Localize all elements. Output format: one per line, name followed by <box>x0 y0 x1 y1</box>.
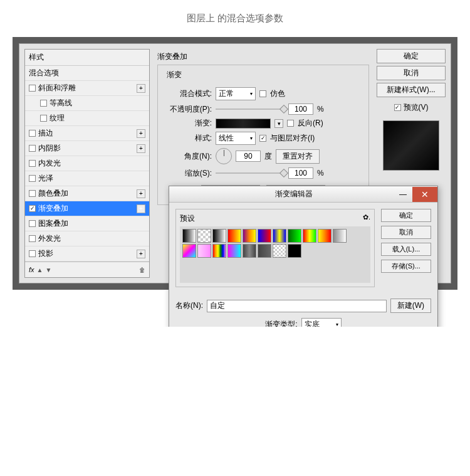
preset-swatch[interactable] <box>303 229 316 243</box>
gradient-editor-titlebar[interactable]: 渐变编辑器 — ✕ <box>169 186 437 203</box>
style-item[interactable]: 渐变叠加+ <box>25 201 149 216</box>
arrow-down-icon[interactable]: ▼ <box>45 267 51 273</box>
style-checkbox[interactable] <box>40 115 47 122</box>
preset-swatch[interactable] <box>197 244 211 258</box>
style-item[interactable]: 等高线 <box>25 96 149 111</box>
style-item[interactable]: 纹理 <box>25 111 149 126</box>
styles-header: 样式 <box>25 50 149 66</box>
dither-checkbox[interactable] <box>259 90 266 97</box>
reverse-label: 反向(R) <box>298 118 323 129</box>
expand-icon[interactable]: + <box>137 84 145 93</box>
style-item[interactable]: 内阴影+ <box>25 141 149 156</box>
presets-gear-icon[interactable]: ✿. <box>363 213 370 224</box>
style-item[interactable]: 内发光 <box>25 156 149 171</box>
reverse-checkbox[interactable] <box>287 120 294 127</box>
style-item[interactable]: 光泽 <box>25 171 149 186</box>
angle-dial[interactable] <box>216 148 232 164</box>
style-label: 光泽 <box>38 173 53 184</box>
style-label: 等高线 <box>50 98 72 108</box>
preset-swatch[interactable] <box>288 229 301 243</box>
preset-swatch[interactable] <box>258 244 271 258</box>
style-checkbox[interactable] <box>29 130 36 137</box>
style-item[interactable]: 斜面和浮雕+ <box>25 81 149 96</box>
scale-slider[interactable] <box>216 172 285 174</box>
style-checkbox[interactable] <box>29 145 36 152</box>
style-label: 内发光 <box>38 158 61 169</box>
preset-swatch[interactable] <box>212 244 226 258</box>
preset-swatch[interactable] <box>227 229 241 243</box>
cancel-button[interactable]: 取消 <box>377 66 446 80</box>
preset-swatch[interactable] <box>227 244 241 258</box>
reset-align-button[interactable]: 重置对齐 <box>276 149 320 164</box>
style-checkbox[interactable] <box>29 205 36 212</box>
type-select[interactable]: 实底▾ <box>301 318 342 327</box>
preset-swatch[interactable] <box>258 229 271 243</box>
minimize-icon[interactable]: — <box>394 187 412 202</box>
preset-swatch[interactable] <box>273 244 286 258</box>
preview-checkbox[interactable] <box>394 104 401 111</box>
style-checkbox[interactable] <box>29 85 36 92</box>
arrow-up-icon[interactable]: ▲ <box>37 267 43 273</box>
preset-swatch[interactable] <box>243 229 256 243</box>
ge-save-button[interactable]: 存储(S)... <box>381 260 431 273</box>
expand-icon[interactable]: + <box>137 250 145 258</box>
style-checkbox[interactable] <box>29 160 36 167</box>
new-style-button[interactable]: 新建样式(W)... <box>377 83 446 97</box>
blend-mode-select[interactable]: 正常▾ <box>216 87 256 100</box>
preset-grid <box>180 226 370 283</box>
ge-ok-button[interactable]: 确定 <box>381 209 431 222</box>
gradient-editor-title: 渐变编辑器 <box>194 186 394 202</box>
preset-swatch[interactable] <box>333 229 347 243</box>
blend-options-row[interactable]: 混合选项 <box>25 66 149 81</box>
preset-swatch[interactable] <box>182 229 196 243</box>
gradient-preview[interactable] <box>216 119 271 129</box>
gradient-dropdown-icon[interactable]: ▾ <box>274 119 283 128</box>
style-checkbox[interactable] <box>29 220 36 227</box>
name-input[interactable] <box>207 300 387 312</box>
expand-icon[interactable]: + <box>137 204 145 213</box>
styles-panel: 样式 混合选项 斜面和浮雕+等高线纹理描边+内阴影+内发光光泽颜色叠加+渐变叠加… <box>24 49 150 278</box>
style-checkbox[interactable] <box>40 100 47 107</box>
style-item[interactable]: 描边+ <box>25 126 149 141</box>
style-checkbox[interactable] <box>29 235 36 242</box>
style-checkbox[interactable] <box>29 175 36 182</box>
expand-icon[interactable]: + <box>137 129 145 138</box>
preset-swatch[interactable] <box>182 244 196 258</box>
preset-swatch[interactable] <box>273 229 286 243</box>
degree-label: 度 <box>264 151 272 162</box>
style-checkbox[interactable] <box>29 250 36 257</box>
style-label: 样式: <box>164 133 212 144</box>
style-checkbox[interactable] <box>29 190 36 197</box>
preset-swatch[interactable] <box>243 244 256 258</box>
style-item[interactable]: 外发光 <box>25 231 149 246</box>
fx-label: fx <box>29 266 34 273</box>
preset-swatch[interactable] <box>212 229 226 243</box>
trash-icon[interactable]: 🗑 <box>139 267 145 273</box>
preset-swatch[interactable] <box>318 229 332 243</box>
preset-swatch[interactable] <box>197 229 211 243</box>
align-checkbox[interactable] <box>259 135 266 142</box>
pct-label: % <box>317 105 324 114</box>
expand-icon[interactable]: + <box>137 144 145 153</box>
presets-label: 预设 <box>180 213 195 224</box>
type-label: 渐变类型: <box>265 319 297 327</box>
presets-box: 预设 ✿. <box>175 209 375 287</box>
preset-swatch[interactable] <box>288 244 301 258</box>
scale-label: 缩放(S): <box>164 168 212 179</box>
angle-input[interactable]: 90 <box>236 151 261 162</box>
scale-input[interactable]: 100 <box>288 167 313 179</box>
ge-cancel-button[interactable]: 取消 <box>381 226 431 239</box>
opacity-slider[interactable] <box>216 108 285 110</box>
close-icon[interactable]: ✕ <box>412 187 437 202</box>
style-item[interactable]: 图案叠加 <box>25 216 149 231</box>
expand-icon[interactable]: + <box>137 189 145 198</box>
style-item[interactable]: 投影+ <box>25 246 149 262</box>
ok-button[interactable]: 确定 <box>377 49 446 63</box>
styles-footer: fx ▲ ▼ 🗑 <box>25 262 149 277</box>
ge-new-button[interactable]: 新建(W) <box>390 299 431 313</box>
opacity-input[interactable]: 100 <box>288 103 313 115</box>
preview-box <box>383 120 439 171</box>
style-item[interactable]: 颜色叠加+ <box>25 186 149 201</box>
style-select[interactable]: 线性▾ <box>216 132 256 145</box>
ge-load-button[interactable]: 载入(L)... <box>381 243 431 256</box>
